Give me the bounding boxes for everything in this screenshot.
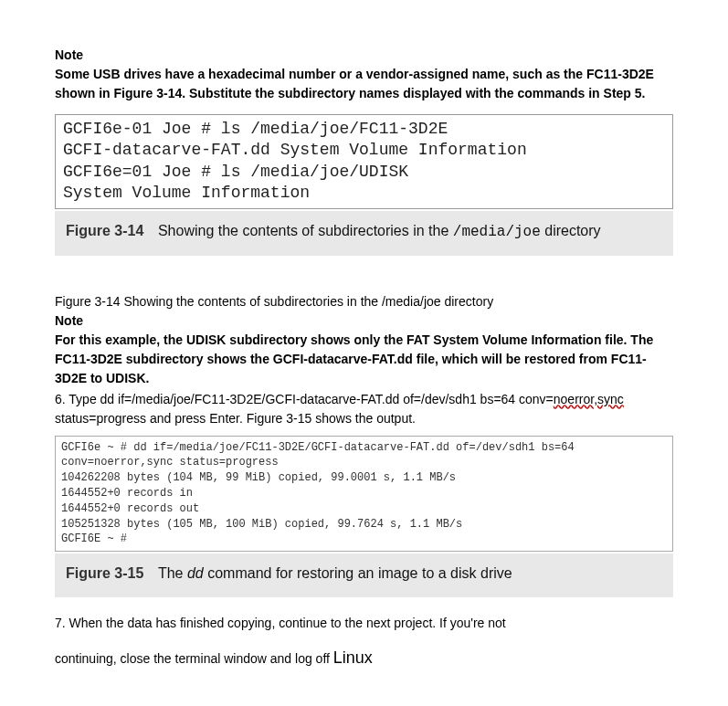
- note-label-1: Note: [55, 46, 673, 65]
- note-label-2: Note: [55, 311, 673, 331]
- fig15-label: Figure 3-15: [66, 565, 143, 581]
- step-7b-line: continuing, close the terminal window an…: [55, 646, 673, 670]
- fig14-text-pre: Showing the contents of subdirectories i…: [158, 223, 453, 238]
- note-text-1: Some USB drives have a hexadecimal numbe…: [55, 65, 673, 103]
- fig14-text-post: directory: [541, 223, 601, 238]
- fig15-text-pre: The: [158, 565, 187, 581]
- code2-line5: 1644552+0 records out: [61, 501, 667, 517]
- code1-line3: GCFI6e=01 Joe # ls /media/joe/UDISK: [63, 162, 665, 183]
- code2-line6: 105251328 bytes (105 MB, 100 MiB) copied…: [61, 517, 667, 532]
- step6-b: status=progress and press Enter. Figure …: [55, 411, 416, 426]
- code2-line3: 104262208 bytes (104 MB, 99 MiB) copied,…: [61, 470, 667, 486]
- fig15-cmd: dd: [187, 565, 204, 581]
- code-box-1: GCFI6e-01 Joe # ls /media/joe/FC11-3D2E …: [55, 114, 673, 209]
- fig15-text-post: command for restoring an image to a disk…: [204, 565, 512, 581]
- figure-15-caption: Figure 3-15 The dd command for restoring…: [55, 553, 673, 597]
- code-box-2: GCFI6e ~ # dd if=/media/joe/FC11-3D2E/GC…: [55, 436, 673, 553]
- figure-14-caption: Figure 3-14 Showing the contents of subd…: [55, 211, 673, 256]
- code2-line2: conv=noerror,sync status=progress: [61, 455, 667, 470]
- code2-line1: GCFI6e ~ # dd if=/media/joe/FC11-3D2E/GC…: [61, 440, 667, 456]
- step7-b: continuing, close the terminal window an…: [55, 651, 333, 666]
- fig14-path: /media/joe: [453, 224, 541, 240]
- figure-14-repeat: Figure 3-14 Showing the contents of subd…: [55, 292, 673, 311]
- fig14-label: Figure 3-14: [66, 223, 143, 238]
- code1-line2: GCFI-datacarve-FAT.dd System Volume Info…: [63, 140, 665, 161]
- step6-a: 6. Type dd if=/media/joe/FC11-3D2E/GCFI-…: [55, 392, 554, 406]
- note-text-2: For this example, the UDISK subdirectory…: [55, 331, 673, 388]
- linux-word: Linux: [333, 648, 373, 667]
- code2-line4: 1644552+0 records in: [61, 486, 667, 501]
- code1-line1: GCFI6e-01 Joe # ls /media/joe/FC11-3D2E: [63, 119, 665, 140]
- step-6: 6. Type dd if=/media/joe/FC11-3D2E/GCFI-…: [55, 390, 673, 428]
- step6-squiggle: noerror,sync: [554, 392, 624, 406]
- code1-line4: System Volume Information: [63, 183, 665, 204]
- code2-line7: GCFI6E ~ #: [61, 532, 667, 547]
- step-7a: 7. When the data has finished copying, c…: [55, 614, 673, 633]
